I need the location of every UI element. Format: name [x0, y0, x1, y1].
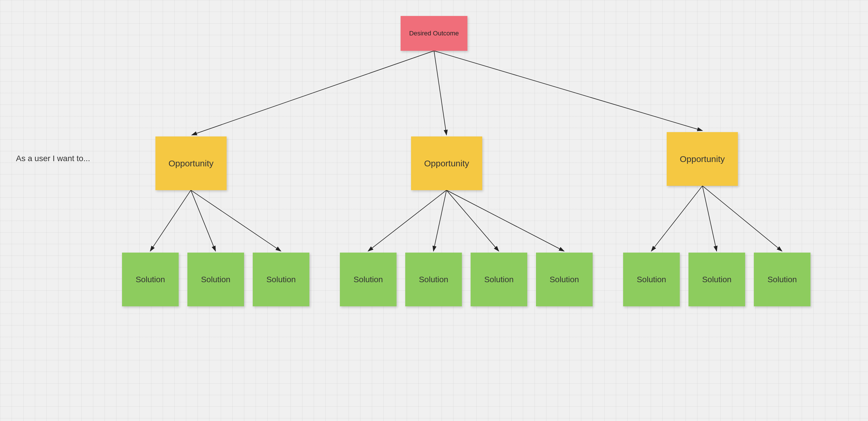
svg-line-4: [150, 190, 191, 251]
svg-line-1: [192, 51, 434, 135]
solution-node-3-3[interactable]: Solution: [754, 253, 810, 306]
solution-node-1-3[interactable]: Solution: [253, 253, 309, 306]
solution-node-3-1[interactable]: Solution: [623, 253, 680, 306]
svg-line-7: [368, 190, 446, 251]
solution-node-1-1[interactable]: Solution: [122, 253, 179, 306]
solution-node-2-1[interactable]: Solution: [340, 253, 397, 306]
svg-line-9: [446, 190, 499, 251]
svg-line-2: [434, 51, 446, 135]
opportunity-node-3[interactable]: Opportunity: [667, 132, 738, 186]
svg-line-10: [446, 190, 564, 251]
opportunity-node-2[interactable]: Opportunity: [411, 136, 482, 190]
svg-line-12: [703, 186, 717, 251]
solution-node-1-2[interactable]: Solution: [187, 253, 244, 306]
svg-line-11: [651, 186, 703, 251]
solution-node-2-3[interactable]: Solution: [471, 253, 527, 306]
solution-node-3-2[interactable]: Solution: [688, 253, 745, 306]
solution-node-2-4[interactable]: Solution: [536, 253, 593, 306]
solution-node-2-2[interactable]: Solution: [405, 253, 462, 306]
svg-line-8: [433, 190, 446, 251]
arrows-svg: [0, 0, 868, 421]
svg-line-3: [434, 51, 703, 131]
opportunity-node-1[interactable]: Opportunity: [155, 136, 226, 190]
svg-line-6: [191, 190, 281, 251]
user-label: As a user I want to...: [16, 154, 90, 163]
svg-line-5: [191, 190, 216, 251]
diagram-canvas: Desired Outcome Opportunity Opportunity …: [0, 0, 868, 421]
svg-line-13: [703, 186, 782, 251]
desired-outcome-node[interactable]: Desired Outcome: [401, 16, 467, 51]
